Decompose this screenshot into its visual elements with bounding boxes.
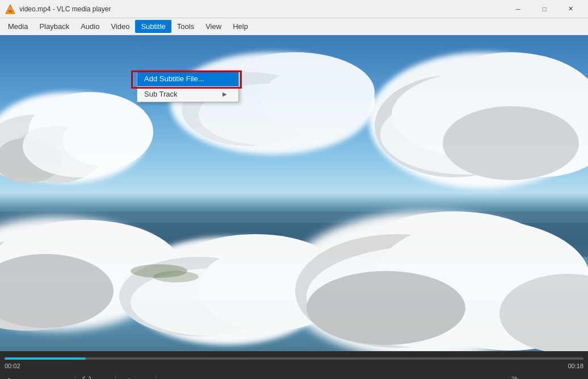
menu-playback[interactable]: Playback xyxy=(33,20,75,33)
next-button[interactable]: ⏭ xyxy=(56,373,72,379)
controlbar: 00:02 00:18 ▶ ⏮ ■ ⏭ ⛶ ⧉ ↺ ⇄ ▤ 🔊 100% xyxy=(0,351,588,379)
stop-button[interactable]: ■ xyxy=(39,373,54,379)
menubar: Media Playback Audio Video Subtitle Tool… xyxy=(0,18,588,35)
video-area: Add Subtitle File... Sub Track ▶ xyxy=(0,35,588,351)
menu-audio[interactable]: Audio xyxy=(75,20,105,33)
close-button[interactable]: ✕ xyxy=(557,0,583,18)
menu-view[interactable]: View xyxy=(200,20,227,33)
add-subtitle-file-item[interactable]: Add Subtitle File... xyxy=(137,71,238,86)
minimize-button[interactable]: ─ xyxy=(505,0,531,18)
window-title: video.mp4 - VLC media player xyxy=(19,5,505,13)
repeat-button[interactable]: ↺ xyxy=(119,373,135,379)
frame-button[interactable]: ▤ xyxy=(159,373,175,379)
sub-track-arrow: ▶ xyxy=(222,91,227,97)
progress-fill xyxy=(5,357,86,360)
play-button[interactable]: ▶ xyxy=(5,373,20,379)
time-row: 00:02 00:18 xyxy=(0,363,588,369)
time-current: 00:02 xyxy=(5,363,20,369)
maximize-button[interactable]: □ xyxy=(531,0,557,18)
menu-media[interactable]: Media xyxy=(2,20,33,33)
separator-3 xyxy=(156,376,156,379)
controls-row: ▶ ⏮ ■ ⏭ ⛶ ⧉ ↺ ⇄ ▤ 🔊 100% xyxy=(0,369,588,379)
volume-icon[interactable]: 🔊 xyxy=(505,373,521,379)
menu-tools[interactable]: Tools xyxy=(171,20,200,33)
svg-point-41 xyxy=(306,271,465,345)
progress-track[interactable] xyxy=(5,357,583,360)
prev-button[interactable]: ⏮ xyxy=(22,373,37,379)
fullscreen-button[interactable]: ⛶ xyxy=(79,373,95,379)
volume-area: 🔊 100% xyxy=(505,373,583,379)
shuffle-button[interactable]: ⇄ xyxy=(136,373,152,379)
svg-point-10 xyxy=(23,115,136,177)
svg-rect-2 xyxy=(8,9,12,10)
window-controls: ─ □ ✕ xyxy=(505,0,583,18)
extended-button[interactable]: ⧉ xyxy=(96,373,112,379)
sub-track-item[interactable]: Sub Track ▶ xyxy=(137,86,238,102)
titlebar: video.mp4 - VLC media player ─ □ ✕ xyxy=(0,0,588,18)
clouds-visual xyxy=(0,35,588,351)
menu-help[interactable]: Help xyxy=(227,20,254,33)
menu-video[interactable]: Video xyxy=(105,20,135,33)
svg-point-43 xyxy=(153,271,199,282)
menu-subtitle[interactable]: Subtitle xyxy=(135,20,171,33)
svg-point-22 xyxy=(443,106,579,180)
separator-2 xyxy=(115,376,116,379)
separator-1 xyxy=(75,376,75,379)
subtitle-dropdown-menu: Add Subtitle File... Sub Track ▶ xyxy=(137,70,239,102)
time-total: 00:18 xyxy=(568,363,583,369)
vlc-icon xyxy=(5,3,16,15)
